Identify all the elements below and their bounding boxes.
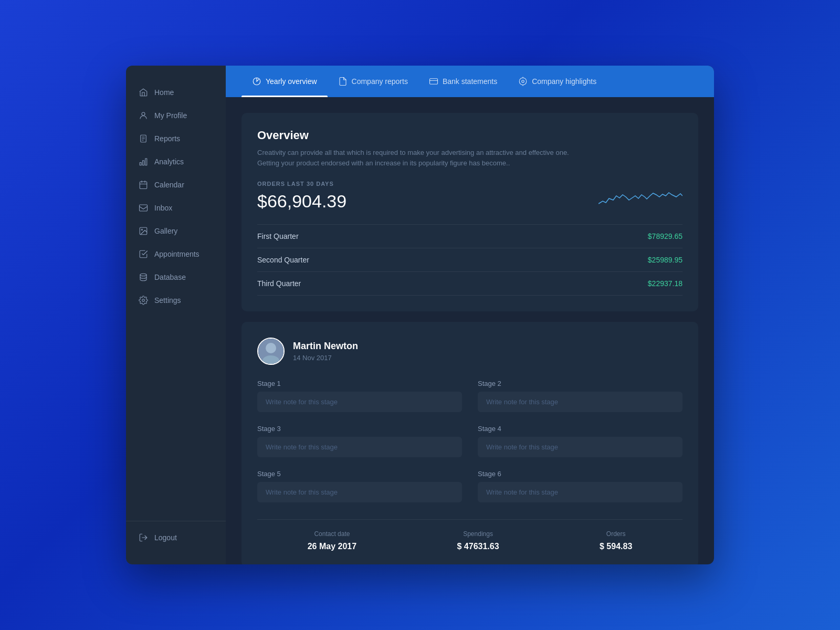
orders-label: ORDERS LAST 30 DAYS (257, 181, 346, 187)
company-reports-icon (338, 77, 348, 86)
footer-stat-value-orders: $ 594.83 (600, 542, 632, 551)
inbox-icon (139, 203, 148, 213)
tab-label-company-highlights: Company highlights (532, 77, 596, 86)
gallery-icon (139, 226, 148, 236)
tab-company-highlights[interactable]: Company highlights (508, 66, 607, 97)
overview-title: Overview (257, 129, 572, 142)
svg-point-13 (141, 229, 142, 230)
profile-name: Martin Newton (293, 341, 358, 352)
database-icon (139, 272, 148, 282)
tab-bar: Yearly overview Company reports Bank sta… (226, 66, 714, 97)
footer-stat-label-orders: Orders (600, 530, 632, 538)
analytics-icon (139, 157, 148, 166)
stage-input-3[interactable] (257, 437, 462, 457)
footer-stat-value-spendings: $ 47631.63 (457, 542, 499, 551)
footer-stat-label-contact-date: Contact date (308, 530, 356, 538)
sidebar-label-database: Database (154, 273, 186, 281)
stage-group-5: Stage 5 (257, 470, 462, 502)
sidebar-item-analytics[interactable]: Analytics (126, 151, 226, 173)
svg-point-14 (140, 274, 146, 276)
sidebar-item-home[interactable]: Home (126, 81, 226, 103)
overview-desc: Creativity can provide all that which is… (257, 148, 572, 168)
sidebar-item-my-profile[interactable]: My Profile (126, 104, 226, 127)
quarter-amount-2: $25989.95 (648, 256, 682, 264)
tab-yearly-overview[interactable]: Yearly overview (242, 66, 328, 97)
stage-input-4[interactable] (478, 437, 682, 457)
orders-amount: $66,904.39 (257, 191, 346, 212)
footer-stat-contact-date: Contact date 26 May 2017 (308, 530, 356, 551)
svg-rect-5 (140, 163, 141, 165)
sidebar-label-gallery: Gallery (154, 227, 177, 235)
svg-point-15 (142, 299, 145, 302)
footer-stat-value-contact-date: 26 May 2017 (308, 542, 356, 551)
sidebar-nav: Home My Profile Reports An (126, 76, 226, 521)
sidebar-label-reports: Reports (154, 134, 180, 143)
gear-icon (139, 296, 148, 305)
sidebar-label-logout: Logout (154, 533, 177, 542)
quarter-list: First Quarter $78929.65 Second Quarter $… (257, 224, 682, 296)
svg-point-27 (262, 355, 279, 364)
tab-bank-statements[interactable]: Bank statements (418, 66, 508, 97)
footer-stat-spendings: Spendings $ 47631.63 (457, 530, 499, 551)
sidebar-label-appointments: Appointments (154, 250, 200, 258)
sidebar-item-logout[interactable]: Logout (126, 527, 226, 549)
sidebar-item-database[interactable]: Database (126, 266, 226, 288)
profile-header: Martin Newton 14 Nov 2017 (257, 338, 682, 365)
quarter-name-2: Second Quarter (257, 256, 309, 264)
profile-date: 14 Nov 2017 (293, 354, 358, 362)
sidebar-item-reports[interactable]: Reports (126, 128, 226, 150)
overview-text: Overview Creativity can provide all that… (257, 129, 572, 168)
sidebar-label-home: Home (154, 88, 174, 97)
yearly-overview-icon (252, 77, 261, 86)
svg-point-22 (519, 78, 527, 85)
user-icon (139, 111, 148, 120)
app-container: Home My Profile Reports An (126, 66, 714, 564)
tab-company-reports[interactable]: Company reports (328, 66, 418, 97)
stage-group-2: Stage 2 (478, 380, 682, 412)
stage-input-6[interactable] (478, 482, 682, 502)
sidebar-label-settings: Settings (154, 296, 181, 304)
orders-section: ORDERS LAST 30 DAYS $66,904.39 (257, 181, 682, 212)
quarter-name-1: First Quarter (257, 232, 299, 240)
stage-group-3: Stage 3 (257, 425, 462, 457)
tab-label-bank-statements: Bank statements (443, 77, 497, 86)
stage-input-1[interactable] (257, 392, 462, 412)
avatar-inner (258, 339, 284, 364)
svg-rect-7 (145, 159, 147, 165)
sidebar-item-gallery[interactable]: Gallery (126, 220, 226, 242)
bank-statements-icon (429, 77, 438, 86)
svg-point-0 (142, 112, 145, 116)
sidebar-label-analytics: Analytics (154, 158, 184, 166)
tab-label-yearly-overview: Yearly overview (266, 77, 317, 86)
svg-point-26 (266, 343, 276, 353)
quarter-amount-1: $78929.65 (648, 232, 682, 240)
quarter-row-3: Third Quarter $22937.18 (257, 272, 682, 296)
home-icon (139, 88, 148, 97)
sidebar-item-settings[interactable]: Settings (126, 289, 226, 311)
profile-footer: Contact date 26 May 2017 Spendings $ 476… (257, 519, 682, 551)
stage-group-1: Stage 1 (257, 380, 462, 412)
stage-label-2: Stage 2 (478, 380, 682, 387)
avatar (257, 338, 285, 365)
quarter-row-2: Second Quarter $25989.95 (257, 248, 682, 272)
quarter-row-1: First Quarter $78929.65 (257, 225, 682, 248)
orders-left: ORDERS LAST 30 DAYS $66,904.39 (257, 181, 346, 212)
overview-card: Overview Creativity can provide all that… (242, 113, 698, 311)
company-highlights-icon (518, 77, 528, 86)
stage-label-4: Stage 4 (478, 425, 682, 433)
sidebar-label-calendar: Calendar (154, 181, 184, 189)
content-area: Overview Creativity can provide all that… (226, 97, 714, 564)
stage-label-5: Stage 5 (257, 470, 462, 478)
footer-stat-label-spendings: Spendings (457, 530, 499, 538)
sidebar-item-calendar[interactable]: Calendar (126, 174, 226, 196)
sidebar-item-inbox[interactable]: Inbox (126, 197, 226, 219)
tab-label-company-reports: Company reports (352, 77, 408, 86)
stage-group-4: Stage 4 (478, 425, 682, 457)
stage-input-5[interactable] (257, 482, 462, 502)
sidebar-item-appointments[interactable]: Appointments (126, 243, 226, 265)
stage-input-2[interactable] (478, 392, 682, 412)
sparkline-chart (598, 185, 682, 212)
sidebar-bottom: Logout (126, 521, 226, 554)
stages-grid: Stage 1 Stage 2 Stage 3 Stage 4 (257, 380, 682, 502)
logout-icon (139, 533, 148, 542)
